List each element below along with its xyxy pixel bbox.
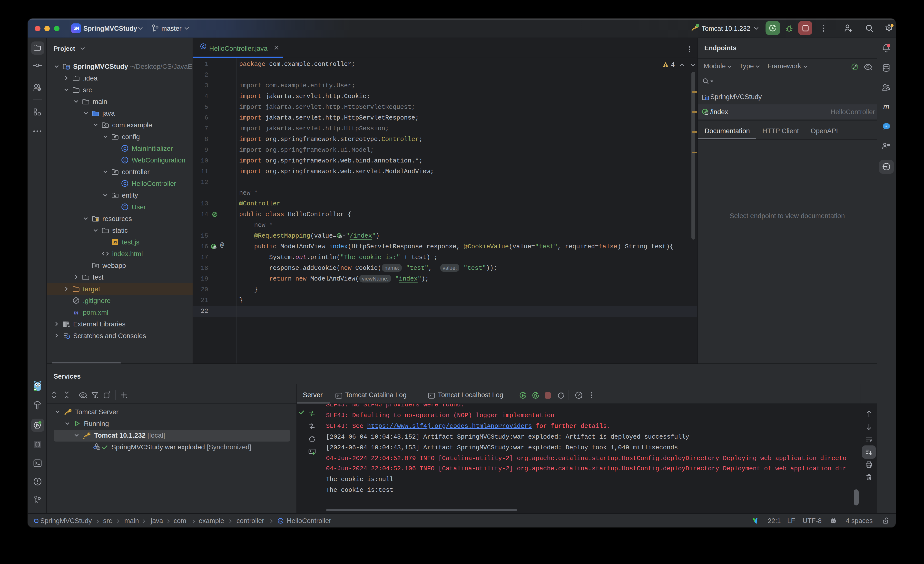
svg-text:m: m <box>883 102 890 111</box>
svg-text:?: ? <box>38 87 40 91</box>
